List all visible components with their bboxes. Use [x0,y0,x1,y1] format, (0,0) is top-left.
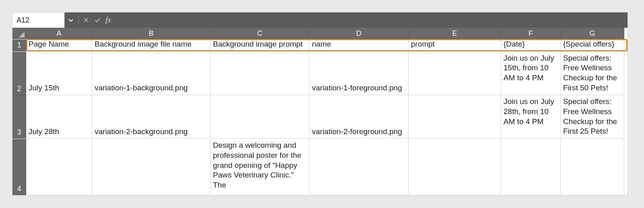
spreadsheet-grid[interactable]: A B C D E F G 1 Page Name Background ima… [12,28,627,196]
col-header-F[interactable]: F [501,28,561,39]
formula-input[interactable] [114,12,627,28]
separator [78,16,79,25]
cell[interactable]: Foreground image file name [310,39,409,51]
name-box[interactable]: A12 [12,12,65,28]
cell[interactable] [310,139,409,195]
col-header-A[interactable]: A [26,28,92,39]
fx-label[interactable]: fx [103,16,114,24]
cell[interactable] [211,52,310,95]
cell[interactable]: Design a welcoming and professional post… [211,139,310,195]
select-all-corner[interactable] [12,28,26,39]
cell[interactable] [409,95,501,139]
check-icon [94,17,101,23]
cell[interactable]: variation-1-background.png [92,52,211,95]
cell[interactable]: Join us on July 15th, from 10 AM to 4 PM [501,52,561,95]
name-box-dropdown[interactable] [65,12,77,28]
cell[interactable] [92,139,211,195]
cell[interactable] [501,139,561,195]
col-header-G[interactable]: G [561,28,624,39]
cell[interactable]: Background image prompt [211,39,310,51]
cancel-button[interactable] [80,12,92,28]
cell[interactable]: Special offers: Free Wellness Checkup fo… [561,52,624,95]
row-header-1[interactable]: 1 [12,39,26,51]
cell[interactable] [409,139,501,195]
cell[interactable]: variation-2-background.png [92,95,211,139]
cell[interactable]: Page Name [26,39,92,51]
cell[interactable]: Special offers: Free Wellness Checkup fo… [561,95,624,139]
chevron-down-icon [68,17,74,23]
cell[interactable]: {Special offers} [561,39,624,51]
cell[interactable] [211,95,310,139]
cell[interactable] [26,139,92,195]
row-header-3[interactable]: 3 [12,95,26,139]
row-header-2[interactable]: 2 [12,52,26,95]
x-icon [83,17,89,23]
col-header-D[interactable]: D [310,28,409,39]
cell[interactable] [409,52,501,95]
cell[interactable]: July 28th [26,95,92,139]
cell[interactable]: Foreground image prompt [409,39,501,51]
col-header-C[interactable]: C [211,28,310,39]
cell[interactable] [561,139,624,195]
confirm-button[interactable] [92,12,103,28]
cell[interactable]: Join us on July 28th, from 10 AM to 4 PM [501,95,561,139]
spreadsheet-app: A12 fx A B C D E F G 1 Page Name Backgro… [12,12,628,196]
cell[interactable]: variation-2-foreground.png [310,95,409,139]
col-header-E[interactable]: E [409,28,501,39]
cell[interactable]: variation-1-foreground.png [310,52,409,95]
cell[interactable]: July 15th [26,52,92,95]
row-header-4[interactable]: 4 [12,139,26,195]
cell[interactable]: {Date} [501,39,561,51]
col-header-B[interactable]: B [92,28,211,39]
formula-bar: A12 fx [12,12,627,28]
cell[interactable]: Background image file name [92,39,211,51]
